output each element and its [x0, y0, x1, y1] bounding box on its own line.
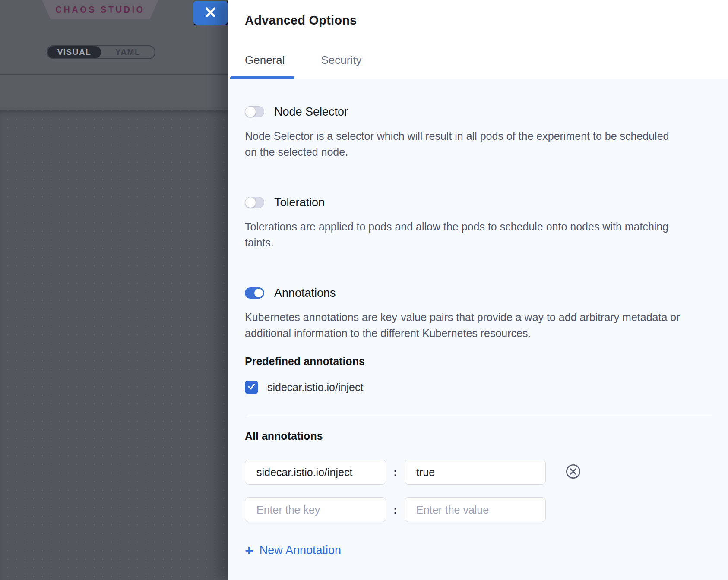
annotations-description: Kubernetes annotations are key-value pai… [245, 309, 680, 341]
key-value-separator: : [386, 466, 405, 479]
tab-general[interactable]: General [245, 54, 285, 67]
active-tab-underline [230, 76, 294, 79]
workspace-header-divider [0, 74, 228, 75]
toleration-description: Tolerations are applied to pods and allo… [245, 219, 680, 251]
annotation-row: : [245, 497, 695, 522]
close-icon [205, 6, 216, 19]
yaml-mode-tab[interactable]: YAML [101, 46, 155, 58]
toggle-knob [245, 197, 256, 208]
node-selector-toggle[interactable] [245, 106, 264, 117]
annotations-row: Annotations [245, 287, 695, 299]
drawer-close-button[interactable] [193, 0, 228, 25]
annotation-key-input[interactable] [245, 497, 386, 522]
annotation-row: : [245, 460, 695, 485]
remove-annotation-button[interactable] [564, 463, 582, 481]
studio-banner-title: CHAOS STUDIO [55, 5, 145, 15]
plus-icon: + [245, 545, 253, 556]
drawer-title: Advanced Options [245, 13, 357, 28]
studio-banner: CHAOS STUDIO [42, 0, 158, 19]
sidecar-inject-checkbox-label: sidecar.istio.io/inject [267, 381, 363, 394]
chaos-studio-workspace: CHAOS STUDIO VISUAL YAML [0, 0, 228, 580]
visual-yaml-toggle: VISUAL YAML [47, 45, 155, 59]
predefined-annotation-row: sidecar.istio.io/inject [245, 381, 695, 394]
tab-security[interactable]: Security [321, 54, 362, 67]
sidecar-inject-checkbox[interactable] [245, 381, 258, 394]
toleration-toggle[interactable] [245, 197, 264, 208]
key-value-separator: : [386, 504, 405, 516]
node-selector-label: Node Selector [274, 105, 348, 119]
annotation-value-input[interactable] [405, 497, 546, 522]
advanced-options-drawer: Advanced Options General Security Node S… [228, 0, 728, 580]
new-annotation-label: New Annotation [260, 544, 341, 557]
drawer-tabs: General Security [228, 41, 728, 79]
annotations-label: Annotations [274, 287, 336, 300]
annotation-value-input[interactable] [405, 460, 546, 485]
toleration-row: Toleration [245, 196, 695, 208]
node-selector-row: Node Selector [245, 106, 695, 118]
toleration-label: Toleration [274, 196, 325, 209]
all-annotations-heading: All annotations [245, 430, 695, 442]
annotations-section-divider [247, 415, 712, 415]
general-tab-content: Node Selector Node Selector is a selecto… [228, 79, 728, 580]
drawer-header: Advanced Options [228, 0, 728, 41]
node-selector-description: Node Selector is a selector which will r… [245, 128, 680, 160]
new-annotation-button[interactable]: + New Annotation [245, 544, 341, 557]
annotations-toggle[interactable] [245, 287, 264, 299]
toggle-knob [253, 288, 264, 298]
annotation-key-input[interactable] [245, 460, 386, 485]
check-icon [247, 382, 256, 393]
visual-mode-tab[interactable]: VISUAL [47, 46, 101, 58]
predefined-annotations-heading: Predefined annotations [245, 355, 695, 368]
remove-circle-x-icon [565, 463, 581, 481]
pipeline-canvas [0, 110, 228, 580]
toggle-knob [245, 106, 256, 117]
